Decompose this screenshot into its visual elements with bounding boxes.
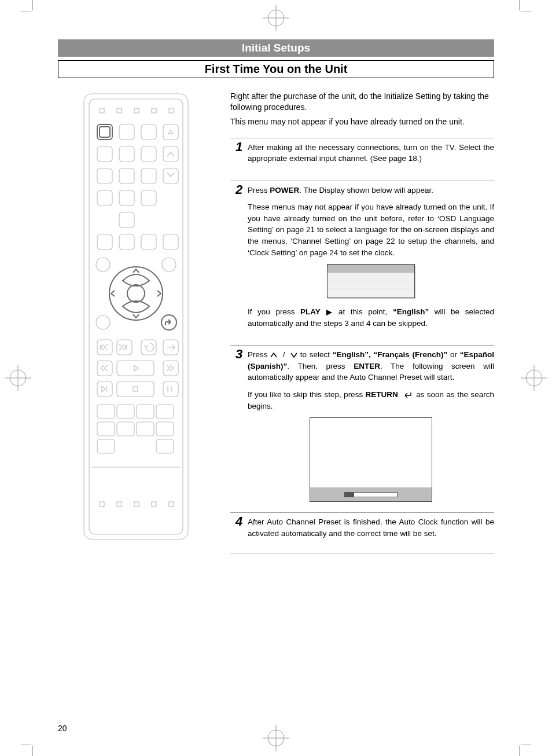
page-number: 20 bbox=[58, 724, 67, 733]
svg-rect-33 bbox=[119, 190, 134, 205]
svg-rect-28 bbox=[97, 168, 112, 184]
progress-bar bbox=[344, 492, 398, 497]
step-1: 1 After making all the necessary connect… bbox=[230, 138, 494, 170]
svg-rect-39 bbox=[163, 234, 178, 249]
crop-mark-right bbox=[521, 365, 547, 391]
svg-rect-22 bbox=[141, 124, 156, 140]
svg-point-45 bbox=[127, 285, 145, 302]
remote-illustration bbox=[58, 91, 214, 542]
step-2-lead: Press POWER. The Display shown below wil… bbox=[248, 185, 494, 196]
svg-point-42 bbox=[96, 315, 110, 329]
svg-rect-21 bbox=[119, 124, 134, 140]
intro-paragraph-1: Right after the purchase of the unit, do… bbox=[230, 91, 494, 113]
svg-rect-61 bbox=[97, 422, 115, 436]
svg-rect-20 bbox=[100, 127, 110, 137]
svg-rect-54 bbox=[117, 381, 154, 397]
svg-rect-69 bbox=[117, 502, 122, 507]
svg-rect-26 bbox=[141, 146, 156, 162]
svg-rect-64 bbox=[156, 422, 174, 436]
svg-rect-62 bbox=[117, 422, 134, 436]
svg-rect-18 bbox=[169, 108, 174, 113]
crop-mark-left bbox=[5, 365, 31, 391]
svg-rect-15 bbox=[117, 108, 122, 113]
svg-rect-13 bbox=[89, 99, 183, 534]
crop-mark-bottom bbox=[263, 725, 289, 751]
svg-point-41 bbox=[162, 258, 176, 271]
svg-rect-30 bbox=[141, 168, 156, 184]
svg-rect-51 bbox=[117, 361, 154, 376]
svg-rect-56 bbox=[163, 381, 178, 397]
section-header: Initial Setups bbox=[58, 39, 494, 57]
svg-rect-32 bbox=[97, 190, 112, 205]
step-3-lead: Press / to select “English”, “Français (… bbox=[248, 349, 494, 383]
svg-point-40 bbox=[96, 258, 110, 271]
svg-rect-65 bbox=[97, 439, 115, 453]
play-icon bbox=[326, 310, 333, 315]
crop-mark-top bbox=[263, 5, 289, 31]
step-3: 3 Press / to select “English”, “Français… bbox=[230, 345, 494, 502]
step-3-skip: If you like to skip this step, press RET… bbox=[248, 389, 494, 412]
svg-rect-27 bbox=[163, 146, 178, 162]
svg-rect-31 bbox=[163, 168, 178, 184]
svg-rect-66 bbox=[156, 439, 174, 453]
step-1-text: After making all the necessary connectio… bbox=[248, 142, 494, 164]
svg-rect-71 bbox=[152, 502, 156, 507]
svg-rect-46 bbox=[97, 340, 112, 355]
step-number: 3 bbox=[230, 348, 248, 502]
svg-rect-23 bbox=[163, 124, 178, 140]
svg-rect-47 bbox=[117, 340, 132, 355]
osd-auto-channel-screen bbox=[310, 417, 432, 502]
svg-rect-36 bbox=[97, 234, 112, 249]
step-4: 4 After Auto Channel Preset is finished,… bbox=[230, 512, 494, 545]
svg-rect-55 bbox=[133, 387, 138, 391]
svg-rect-70 bbox=[134, 502, 139, 507]
svg-rect-60 bbox=[156, 405, 174, 419]
down-icon bbox=[290, 353, 297, 358]
svg-rect-52 bbox=[163, 361, 178, 376]
svg-rect-24 bbox=[97, 146, 112, 162]
step-2-after: If you press PLAY at this point, “Englis… bbox=[248, 306, 494, 329]
step-2-body: These menus may not appear if you have a… bbox=[248, 201, 494, 258]
svg-rect-38 bbox=[141, 234, 156, 249]
step-number: 4 bbox=[230, 515, 248, 545]
page-title: First Time You on the Unit bbox=[58, 60, 494, 78]
svg-rect-50 bbox=[97, 361, 112, 376]
step-number: 2 bbox=[230, 184, 248, 335]
svg-rect-25 bbox=[119, 146, 134, 162]
svg-rect-35 bbox=[119, 212, 134, 227]
svg-rect-29 bbox=[119, 168, 134, 184]
svg-rect-59 bbox=[137, 405, 154, 419]
svg-rect-63 bbox=[137, 422, 154, 436]
svg-rect-16 bbox=[134, 108, 139, 113]
intro-paragraph-2: This menu may not appear if you have alr… bbox=[230, 116, 494, 127]
svg-rect-17 bbox=[152, 108, 156, 113]
svg-rect-14 bbox=[100, 108, 104, 113]
step-number: 1 bbox=[230, 141, 248, 170]
svg-rect-58 bbox=[117, 405, 134, 419]
step-4-text: After Auto Channel Preset is finished, t… bbox=[248, 516, 494, 539]
return-icon bbox=[403, 391, 414, 398]
svg-rect-34 bbox=[141, 190, 156, 205]
svg-rect-53 bbox=[97, 381, 112, 397]
svg-rect-57 bbox=[97, 405, 115, 419]
up-icon bbox=[270, 353, 277, 358]
osd-language-screen bbox=[327, 264, 415, 298]
svg-rect-72 bbox=[169, 502, 174, 507]
step-2: 2 Press POWER. The Display shown below w… bbox=[230, 181, 494, 335]
svg-rect-68 bbox=[100, 502, 104, 507]
svg-rect-37 bbox=[119, 234, 134, 249]
